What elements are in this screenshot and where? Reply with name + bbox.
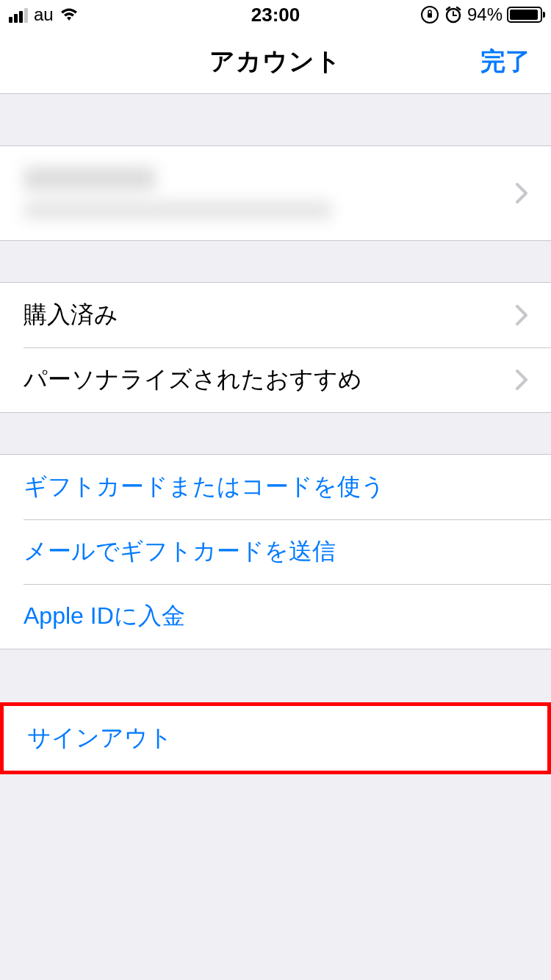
add-funds-row[interactable]: Apple IDに入金 <box>0 584 551 649</box>
purchased-label: 購入済み <box>24 299 118 331</box>
battery-icon <box>507 7 542 23</box>
battery-percentage: 94% <box>467 4 503 25</box>
redeem-gift-label: ギフトカードまたはコードを使う <box>24 471 385 503</box>
redeem-gift-row[interactable]: ギフトカードまたはコードを使う <box>0 455 551 519</box>
navigation-bar: アカウント 完了 <box>0 29 551 94</box>
send-gift-label: メールでギフトカードを送信 <box>24 536 336 568</box>
status-right: 94% <box>420 4 542 25</box>
rotation-lock-icon <box>420 5 439 24</box>
list-group-gift: ギフトカードまたはコードを使う メールでギフトカードを送信 Apple IDに入… <box>0 454 551 649</box>
sign-out-label: サインアウト <box>27 722 173 754</box>
page-title: アカウント <box>209 45 342 79</box>
personalized-recommendations-row[interactable]: パーソナライズされたおすすめ <box>0 347 551 412</box>
svg-rect-1 <box>428 13 432 18</box>
signal-strength-icon <box>9 7 28 23</box>
carrier-label: au <box>34 4 54 25</box>
add-funds-label: Apple IDに入金 <box>24 600 185 633</box>
list-group-signout: サインアウト <box>4 706 547 771</box>
account-info-redacted <box>24 167 332 220</box>
sign-out-row[interactable]: サインアウト <box>4 706 547 771</box>
send-gift-row[interactable]: メールでギフトカードを送信 <box>0 519 551 584</box>
list-group-library: 購入済み パーソナライズされたおすすめ <box>0 282 551 413</box>
personalized-label: パーソナライズされたおすすめ <box>24 364 362 396</box>
status-left: au <box>9 4 79 25</box>
chevron-right-icon <box>516 370 527 390</box>
wifi-icon <box>60 7 79 22</box>
status-bar: au 23:00 94% <box>0 0 551 29</box>
purchased-row[interactable]: 購入済み <box>0 283 551 347</box>
account-row[interactable] <box>0 146 551 240</box>
chevron-right-icon <box>516 183 527 203</box>
status-time: 23:00 <box>251 4 300 26</box>
chevron-right-icon <box>516 305 527 325</box>
done-button[interactable]: 完了 <box>480 45 530 79</box>
account-group <box>0 145 551 241</box>
alarm-icon <box>444 5 463 24</box>
highlight-annotation: サインアウト <box>0 702 551 774</box>
